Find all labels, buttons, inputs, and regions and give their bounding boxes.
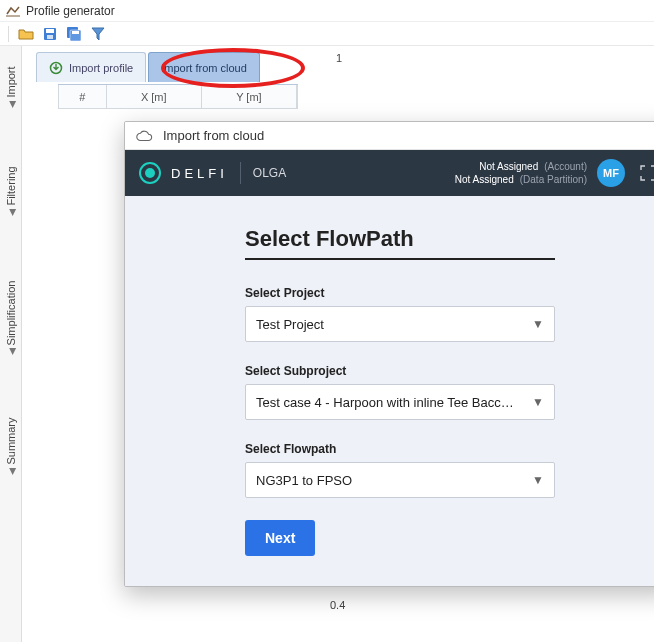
sidetab-simplification-label: Simplification (5, 281, 17, 346)
svg-marker-7 (92, 28, 104, 40)
user-avatar[interactable]: MF (597, 159, 625, 187)
col-y: Y [m] (202, 85, 297, 108)
main-area: ◀Import ◀Filtering ◀Simplification ◀Summ… (0, 46, 654, 642)
save-all-button[interactable] (65, 25, 83, 43)
tab-import-profile-label: Import profile (69, 62, 133, 74)
svg-rect-2 (46, 29, 54, 33)
flowpath-select[interactable]: NG3P1 to FPSO ▼ (245, 462, 555, 498)
save-button[interactable] (41, 25, 59, 43)
subproject-select[interactable]: Test case 4 - Harpoon with inline Tee Ba… (245, 384, 555, 420)
window-titlebar: Profile generator (0, 0, 654, 22)
product-name: OLGA (253, 166, 286, 180)
delfi-wordmark: DELFI (171, 166, 228, 181)
tab-import-profile[interactable]: Import profile (36, 52, 146, 82)
sidetab-simplification[interactable]: ◀Simplification (0, 268, 22, 368)
main-toolbar (0, 22, 654, 46)
sidetab-import-label: Import (5, 66, 17, 97)
next-button[interactable]: Next (245, 520, 315, 556)
col-x: X [m] (107, 85, 202, 108)
subproject-label: Select Subproject (245, 364, 555, 378)
tab-import-from-cloud-label: Import from cloud (161, 62, 247, 74)
svg-rect-6 (72, 31, 79, 34)
dialog-heading: Select FlowPath (245, 226, 555, 252)
content-area: Import profile Import from cloud # X [m]… (22, 46, 654, 642)
flowpath-label: Select Flowpath (245, 442, 555, 456)
fullscreen-button[interactable] (635, 160, 654, 186)
account-info: Not Assigned (Account) Not Assigned (Dat… (455, 160, 587, 186)
account-label: (Account) (544, 160, 587, 173)
sidetab-summary[interactable]: ◀Summary (0, 406, 22, 486)
app-icon (6, 5, 20, 17)
panel-tabs: Import profile Import from cloud (36, 52, 654, 82)
dialog-brand-header: DELFI OLGA Not Assigned (Account) Not As… (125, 150, 654, 196)
delfi-logo: DELFI (139, 162, 228, 184)
side-tabs: ◀Import ◀Filtering ◀Simplification ◀Summ… (0, 46, 22, 642)
data-partition-value: Not Assigned (455, 173, 514, 186)
col-index: # (59, 85, 107, 108)
subproject-select-value: Test case 4 - Harpoon with inline Tee Ba… (256, 395, 514, 410)
project-label: Select Project (245, 286, 555, 300)
data-partition-label: (Data Partition) (520, 173, 587, 186)
table-header: # X [m] Y [m] (58, 85, 298, 109)
chevron-down-icon: ▼ (532, 473, 544, 487)
chart-tick-1: 1 (336, 52, 342, 64)
project-select-value: Test Project (256, 317, 324, 332)
sidetab-filtering[interactable]: ◀Filtering (0, 156, 22, 226)
chevron-down-icon: ▼ (532, 317, 544, 331)
svg-rect-3 (47, 35, 53, 39)
open-button[interactable] (17, 25, 35, 43)
flowpath-select-value: NG3P1 to FPSO (256, 473, 352, 488)
heading-underline (245, 258, 555, 260)
sidetab-import[interactable]: ◀Import (0, 52, 22, 122)
sidetab-summary-label: Summary (5, 417, 17, 464)
delfi-mark-icon (139, 162, 161, 184)
project-select[interactable]: Test Project ▼ (245, 306, 555, 342)
account-value: Not Assigned (479, 160, 538, 173)
filter-profile-button[interactable] (89, 25, 107, 43)
dialog-title: Import from cloud (163, 128, 264, 143)
chart-tick-04: 0.4 (330, 599, 345, 611)
import-from-cloud-dialog: Import from cloud DELFI OLGA Not Assigne… (124, 121, 654, 587)
brand-separator (240, 162, 241, 184)
toolbar-separator (8, 26, 9, 42)
chevron-down-icon: ▼ (532, 395, 544, 409)
data-table: # X [m] Y [m] (58, 84, 298, 109)
cloud-icon (135, 129, 153, 143)
import-profile-icon (49, 61, 63, 75)
window-title: Profile generator (26, 4, 115, 18)
sidetab-filtering-label: Filtering (5, 166, 17, 205)
dialog-titlebar: Import from cloud (125, 122, 654, 150)
dialog-body: Select FlowPath Select Project Test Proj… (125, 196, 654, 587)
tab-import-from-cloud[interactable]: Import from cloud (148, 52, 260, 82)
